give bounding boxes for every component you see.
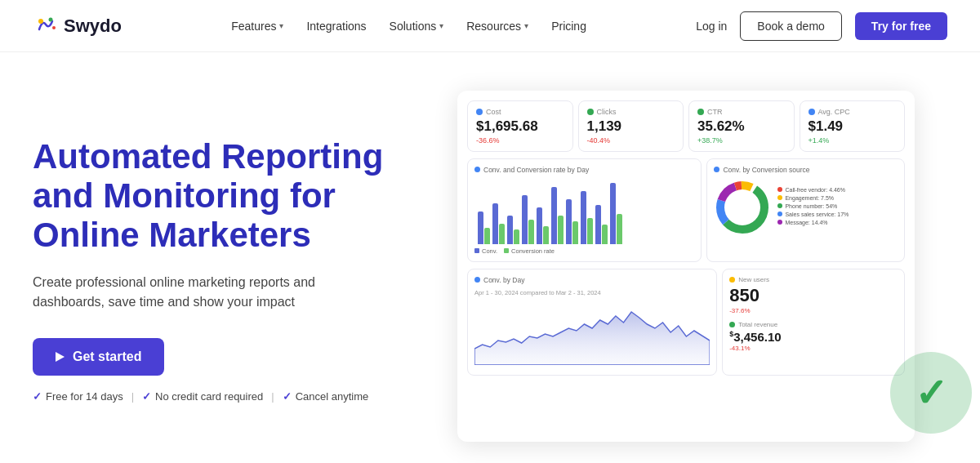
try-for-free-button[interactable]: Try for free <box>855 12 947 40</box>
nav-solutions[interactable]: Solutions ▾ <box>390 20 444 33</box>
nav-integrations[interactable]: Integrations <box>306 20 366 33</box>
svg-point-9 <box>724 189 760 225</box>
hero-section: Automated Reporting and Monitoring for O… <box>0 52 980 463</box>
metric-icon <box>808 109 815 115</box>
svg-point-3 <box>52 26 56 29</box>
nav-actions: Log in Book a demo Try for free <box>696 11 947 41</box>
check-icon: ✓ <box>33 390 42 403</box>
badge-free: ✓ Free for 14 days <box>33 390 123 403</box>
chevron-down-icon: ▾ <box>524 21 528 30</box>
chart-icon <box>714 167 719 172</box>
bar-legend: Conv. Conversion rate <box>474 247 694 255</box>
green-dot <box>729 322 735 327</box>
deco-checkmark: ✓ <box>890 352 972 434</box>
area-svg <box>474 300 710 365</box>
nav-features[interactable]: Features ▾ <box>231 20 283 33</box>
navbar: Swydo Features ▾ Integrations Solutions … <box>0 0 980 52</box>
check-icon: ✓ <box>142 390 151 403</box>
yellow-dot <box>729 277 735 283</box>
donut-wrap: Call-free vendor: 4.46% Engagement: 7.5%… <box>714 179 898 236</box>
badge-cancel: ✓ Cancel anytime <box>283 390 369 403</box>
nav-resources[interactable]: Resources ▾ <box>466 20 528 33</box>
metric-icon <box>697 109 704 115</box>
metric-cost: Cost $1,695.68 -36.6% <box>467 100 573 152</box>
bars-container <box>474 179 694 244</box>
chevron-down-icon: ▾ <box>279 21 283 30</box>
donut-chart: Conv. by Conversion source Call-fre <box>706 158 905 262</box>
svg-point-1 <box>38 19 43 24</box>
hero-badges: ✓ Free for 14 days | ✓ No credit card re… <box>33 390 433 403</box>
get-started-button[interactable]: Get started <box>33 338 164 376</box>
bottom-row: Conv. by Day Apr 1 - 30, 2024 compared t… <box>467 269 905 376</box>
hero-right: Cost $1,695.68 -36.6% Clicks 1,139 -40.4… <box>457 91 947 450</box>
chevron-down-icon: ▾ <box>439 21 443 30</box>
metric-cpc: Avg. CPC $1.49 +1.4% <box>800 100 906 152</box>
mini-stats: New users 850 -37.6% Total revenue $3,45… <box>722 269 905 376</box>
login-link[interactable]: Log in <box>696 20 727 33</box>
bar-chart: Conv. and Conversion rate by Day <box>467 158 702 262</box>
metric-ctr: CTR 35.62% +38.7% <box>688 100 795 152</box>
dashboard-preview: Cost $1,695.68 -36.6% Clicks 1,139 -40.4… <box>457 91 915 442</box>
hero-left: Automated Reporting and Monitoring for O… <box>33 137 457 403</box>
svg-point-2 <box>49 17 53 21</box>
logo[interactable]: Swydo <box>33 13 122 39</box>
chart-icon <box>474 277 480 283</box>
donut-legend: Call-free vendor: 4.46% Engagement: 7.5%… <box>777 187 849 228</box>
nav-links: Features ▾ Integrations Solutions ▾ Reso… <box>231 20 586 33</box>
play-icon <box>56 352 65 362</box>
nav-pricing[interactable]: Pricing <box>551 20 586 33</box>
hero-subtitle: Create professional online marketing rep… <box>33 273 384 312</box>
donut-svg <box>714 179 771 236</box>
metric-clicks: Clicks 1,139 -40.4% <box>578 100 684 152</box>
badge-no-card: ✓ No credit card required <box>142 390 263 403</box>
charts-row: Conv. and Conversion rate by Day <box>467 158 905 262</box>
check-icon: ✓ <box>283 390 292 403</box>
get-started-label: Get started <box>73 349 141 364</box>
metric-icon <box>476 109 483 115</box>
area-chart: Conv. by Day Apr 1 - 30, 2024 compared t… <box>467 269 717 376</box>
metrics-row: Cost $1,695.68 -36.6% Clicks 1,139 -40.4… <box>467 100 905 152</box>
book-demo-button[interactable]: Book a demo <box>740 11 842 41</box>
metric-icon <box>587 109 594 115</box>
hero-title: Automated Reporting and Monitoring for O… <box>33 137 433 256</box>
chart-icon <box>474 167 480 172</box>
